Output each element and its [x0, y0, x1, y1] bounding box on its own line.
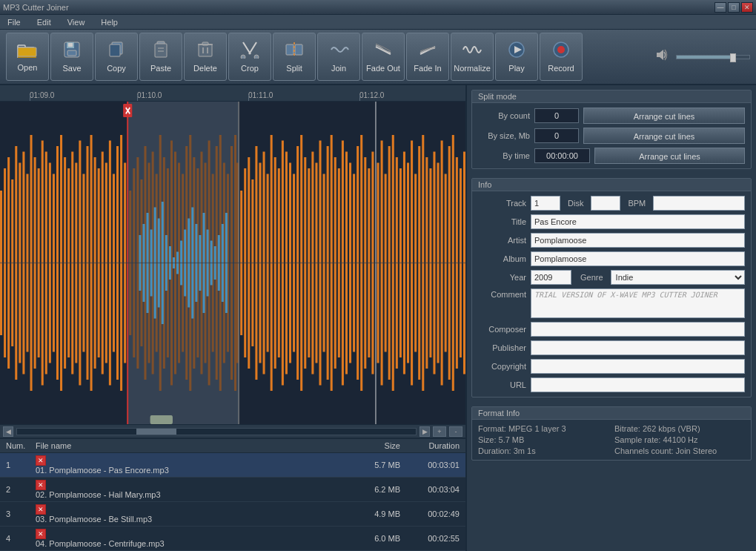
year-input[interactable]: [531, 270, 571, 285]
split-mode-content: By count Arrange cut lines By size, Mb A…: [472, 103, 751, 168]
split-row-count: By count Arrange cut lines: [478, 108, 745, 124]
fade-in-button[interactable]: Fade In: [406, 33, 449, 81]
svg-rect-13: [199, 44, 212, 56]
title-input[interactable]: [531, 214, 745, 229]
minimize-button[interactable]: —: [714, 2, 726, 13]
open-button[interactable]: Open: [6, 33, 49, 81]
file-row-3[interactable]: 3 ✕ 03. Pomplamoose - Be Still.mp3 4.9 M…: [0, 502, 465, 527]
zoom-in-button[interactable]: +: [433, 426, 446, 437]
close-button[interactable]: ✕: [741, 2, 753, 13]
file-delete-1[interactable]: ✕: [36, 455, 46, 466]
split-by-count-input[interactable]: [534, 108, 579, 123]
track-input[interactable]: [531, 196, 560, 211]
title-label: Title: [478, 217, 526, 226]
file-row-2[interactable]: 2 ✕ 02. Pomplamoose - Hail Mary.mp3 6.2 …: [0, 478, 465, 502]
join-icon: [328, 41, 349, 61]
file-delete-2[interactable]: ✕: [36, 480, 46, 490]
file-row-1[interactable]: 1 ✕ 01. Pomplamoose - Pas Encore.mp3 5.7…: [0, 453, 465, 478]
crop-button[interactable]: Crop: [228, 33, 271, 81]
bpm-input[interactable]: [653, 196, 745, 211]
normalize-label: Normalize: [454, 64, 491, 73]
file-name-4: ✕ 04. Pomplamoose - Centrifuge.mp3: [36, 529, 348, 548]
arrange-cut-lines-count-button[interactable]: Arrange cut lines: [583, 108, 745, 124]
format-line-1-right: Bitrate: 262 kbps (VBR): [614, 424, 745, 433]
waveform-display[interactable]: ✕: [0, 102, 465, 424]
split-by-size-label: By size, Mb: [478, 131, 530, 140]
file-num-1: 1: [6, 461, 36, 469]
svg-rect-185: [150, 415, 173, 424]
copy-label: Copy: [107, 64, 126, 73]
arrange-cut-lines-size-button[interactable]: Arrange cut lines: [583, 128, 745, 144]
fade-out-button[interactable]: Fade Out: [362, 33, 405, 81]
paste-button[interactable]: Paste: [139, 33, 182, 81]
info-url-row: URL: [478, 377, 745, 392]
composer-input[interactable]: [531, 322, 745, 337]
scroll-thumb[interactable]: [136, 429, 176, 435]
svg-point-21: [254, 55, 259, 59]
album-input[interactable]: [531, 251, 745, 266]
file-size-4: 6.0 MB: [348, 534, 400, 543]
crop-icon: [240, 41, 259, 61]
scroll-left-button[interactable]: ◀: [3, 426, 13, 437]
zoom-out-button[interactable]: -: [449, 426, 462, 437]
format-line-1-left: Format: MPEG 1 layer 3: [478, 424, 609, 433]
scroll-track[interactable]: [16, 428, 417, 435]
file-name-3: ✕ 03. Pomplamoose - Be Still.mp3: [36, 504, 348, 524]
col-header-size: Size: [348, 441, 400, 450]
split-by-time-label: By time: [478, 151, 530, 160]
svg-marker-29: [657, 50, 663, 60]
comment-textarea[interactable]: TRIAL VERSION OF X-WAVE MP3 CUTTER JOINE…: [531, 288, 745, 318]
maximize-button[interactable]: □: [728, 2, 740, 13]
time-mark-4: 01:12.0: [359, 91, 384, 99]
volume-icon: [654, 47, 669, 66]
timeline-ruler: 01:09.0 01:10.0 01:11.0 01:12.0: [0, 85, 465, 102]
genre-select[interactable]: Indie Rock Pop Jazz: [611, 270, 745, 285]
split-by-size-input[interactable]: [534, 128, 579, 143]
file-size-2: 6.2 MB: [348, 485, 400, 494]
format-info-section: Format Info Format: MPEG 1 layer 3 Bitra…: [471, 406, 752, 461]
fade-out-label: Fade Out: [366, 64, 400, 73]
file-num-3: 3: [6, 509, 36, 518]
file-duration-1: 00:03:01: [400, 461, 460, 469]
split-label: Split: [286, 64, 302, 73]
svg-rect-6: [68, 43, 73, 47]
join-button[interactable]: Join: [317, 33, 360, 81]
arrange-cut-lines-time-button[interactable]: Arrange cut lines: [594, 148, 745, 164]
split-mode-section: Split mode By count Arrange cut lines By…: [471, 90, 752, 169]
format-line-2-left: Size: 5.7 MB: [478, 435, 609, 444]
disk-input[interactable]: [591, 196, 620, 211]
waveform-scrollbar: ◀ ▶ + -: [0, 424, 465, 438]
delete-button[interactable]: Delete: [184, 33, 227, 81]
file-delete-3[interactable]: ✕: [36, 504, 46, 515]
file-row-4[interactable]: 4 ✕ 04. Pomplamoose - Centrifuge.mp3 6.0…: [0, 527, 465, 551]
record-button[interactable]: Record: [540, 33, 583, 81]
menu-help[interactable]: Help: [96, 16, 122, 28]
split-by-count-label: By count: [478, 111, 530, 120]
paste-icon: [152, 41, 170, 61]
year-label: Year: [478, 273, 526, 282]
menu-edit[interactable]: Edit: [33, 16, 56, 28]
copy-icon: [107, 41, 125, 61]
publisher-input[interactable]: [531, 340, 745, 355]
split-by-time-input[interactable]: [534, 148, 590, 163]
copy-button[interactable]: Copy: [95, 33, 138, 81]
volume-slider[interactable]: [676, 55, 750, 59]
file-delete-4[interactable]: ✕: [36, 529, 46, 539]
info-composer-row: Composer: [478, 322, 745, 337]
genre-label: Genre: [580, 273, 603, 282]
split-button[interactable]: Split: [273, 33, 316, 81]
copyright-input[interactable]: [531, 359, 745, 374]
menu-view[interactable]: View: [63, 16, 90, 28]
info-track-row: Track Disk BPM: [478, 196, 745, 211]
menu-file[interactable]: File: [3, 16, 25, 28]
url-input[interactable]: [531, 377, 745, 392]
file-num-2: 2: [6, 485, 36, 494]
save-button[interactable]: Save: [50, 33, 93, 81]
artist-input[interactable]: [531, 233, 745, 248]
scroll-right-button[interactable]: ▶: [420, 426, 430, 437]
play-button[interactable]: Play: [495, 33, 538, 81]
normalize-button[interactable]: Normalize: [451, 33, 494, 81]
split-row-size: By size, Mb Arrange cut lines: [478, 128, 745, 144]
svg-text:✕: ✕: [125, 105, 131, 118]
comment-label: Comment: [478, 290, 526, 299]
